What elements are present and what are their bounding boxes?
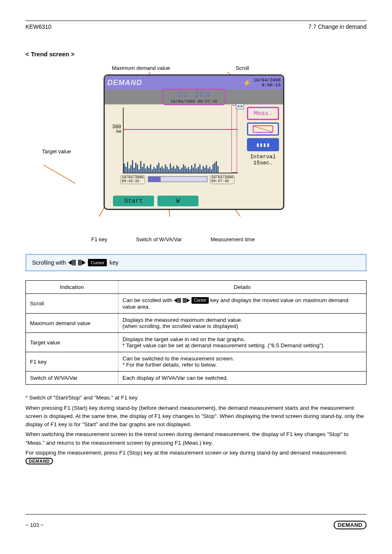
trend-chart bbox=[123, 108, 238, 173]
table-row: F1 key Can be switched to the measuremen… bbox=[26, 352, 367, 372]
cursor-key-label: Cursor bbox=[88, 259, 107, 266]
w-button[interactable]: W bbox=[157, 196, 198, 206]
doc-section: 7.7 Change in demand bbox=[308, 23, 367, 30]
page-footer: − 103 − DEMAND bbox=[25, 521, 367, 529]
para-line: * Switch of "Start/Stop" and "Meas." at … bbox=[25, 394, 367, 402]
interval-display: Interval 15sec. bbox=[247, 154, 279, 166]
para-line: When switching the measurement screen to… bbox=[25, 430, 367, 447]
readout-box: 53.3kW 10/04/2006 09:57:45 bbox=[162, 89, 226, 105]
cell-label: Maximum demand value bbox=[26, 314, 118, 333]
para-line: For stopping the measurement, press F1 (… bbox=[25, 449, 367, 466]
line-chart-icon bbox=[253, 125, 273, 133]
device-time: 9:58:15 bbox=[262, 83, 281, 88]
demand-key-icon: DEMAND bbox=[25, 458, 53, 464]
y-axis-value: 300 bbox=[112, 124, 121, 130]
table-row: Maximum demand value Displays the measur… bbox=[26, 314, 367, 333]
th-details: Details bbox=[118, 281, 367, 294]
callout-labels-bottom: F1 key Switch of W/VA/Var Measurement ti… bbox=[25, 236, 367, 242]
cursor-key-icon bbox=[174, 298, 190, 303]
table-row: Scroll Can be scrolled with Cursor key a… bbox=[26, 294, 367, 314]
label-max-demand: Maximum demand value bbox=[112, 65, 170, 71]
specs-table: Indication Details Scroll Can be scrolle… bbox=[25, 280, 367, 385]
label-target: Target value bbox=[42, 148, 71, 155]
cell-desc: Can be switched to the measurement scree… bbox=[118, 352, 367, 372]
info-text-before: Scrolling with bbox=[32, 259, 66, 266]
callout-labels-top: Maximum demand value Scroll bbox=[25, 65, 367, 71]
label-scroll: Scroll bbox=[236, 65, 249, 71]
trend-bar-button[interactable]: ▮▮▮▮ bbox=[247, 138, 279, 151]
info-text-after: key bbox=[109, 259, 118, 266]
para-line: When pressing F1 (Start) key during stan… bbox=[25, 404, 367, 429]
trend-line-button[interactable] bbox=[247, 122, 279, 136]
readout-value: 53.3kW bbox=[171, 90, 217, 99]
chart-scrollbar[interactable] bbox=[148, 176, 208, 182]
device-logo: DEMAND bbox=[107, 78, 142, 87]
table-row: Target value Displays the target value i… bbox=[26, 333, 367, 352]
demand-badge: DEMAND bbox=[334, 521, 367, 529]
doc-model: KEW6310 bbox=[25, 23, 51, 30]
label-f1: F1 key bbox=[91, 236, 107, 242]
cell-desc: Can be scrolled with Cursor key and disp… bbox=[118, 294, 367, 314]
table-row: Switch of W/VA/Var Each display of W/VA/… bbox=[26, 372, 367, 385]
start-button[interactable]: Start bbox=[113, 196, 154, 206]
device-screenshot: DEMAND ⚡ 10/04/2006 9:58:15 53.3kW 10/04… bbox=[104, 74, 284, 210]
cell-label: Switch of W/VA/Var bbox=[26, 372, 118, 385]
device-date: 10/04/2006 bbox=[254, 78, 281, 83]
info-box: Scrolling with Cursor key bbox=[25, 254, 367, 271]
cell-label: Scroll bbox=[26, 294, 118, 314]
y-axis-unit: kW bbox=[116, 129, 121, 134]
meas-button[interactable]: Meas. bbox=[247, 107, 279, 120]
label-meastime: Measurement time bbox=[211, 236, 255, 242]
target-line bbox=[124, 129, 238, 130]
cell-desc: Displays the measured maximum demand val… bbox=[118, 314, 367, 333]
section-title: < Trend screen > bbox=[25, 51, 367, 58]
scroll-cursor[interactable] bbox=[231, 105, 237, 173]
th-indication: Indication bbox=[26, 281, 118, 294]
chart-start-time: 10/04/200609:43:15 bbox=[120, 175, 145, 184]
readout-timestamp: 10/04/2006 09:57:45 bbox=[171, 99, 217, 104]
page-number: − 103 − bbox=[25, 522, 44, 528]
cell-desc: Each display of W/VA/Var can be switched… bbox=[118, 372, 367, 385]
cell-label: F1 key bbox=[26, 352, 118, 372]
cell-label: Target value bbox=[26, 333, 118, 352]
power-icon: ⚡ bbox=[243, 79, 251, 87]
page-header: KEW6310 7.7 Change in demand bbox=[25, 23, 367, 30]
cell-desc: Displays the target value in red on the … bbox=[118, 333, 367, 352]
cursor-key-icon bbox=[68, 260, 85, 265]
bar-chart-icon: ▮▮▮▮ bbox=[253, 141, 273, 148]
label-switch: Switch of W/VA/Var bbox=[136, 236, 182, 242]
chart-end-time: 10/04/200609:57:45 bbox=[210, 175, 235, 184]
paragraphs: * Switch of "Start/Stop" and "Meas." at … bbox=[25, 394, 367, 465]
scroll-arrows-icon[interactable]: ◄► bbox=[236, 104, 244, 109]
